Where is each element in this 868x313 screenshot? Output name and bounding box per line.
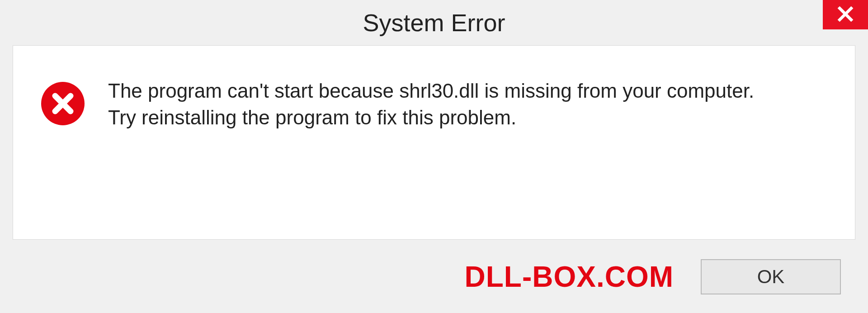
ok-button[interactable]: OK: [701, 259, 841, 294]
error-message: The program can't start because shrl30.d…: [108, 77, 754, 131]
watermark-text: DLL-BOX.COM: [465, 260, 674, 294]
titlebar: System Error: [0, 0, 868, 45]
close-button[interactable]: [823, 0, 868, 29]
dialog-title: System Error: [363, 9, 505, 37]
error-message-line1: The program can't start because shrl30.d…: [108, 77, 754, 104]
content-panel: The program can't start because shrl30.d…: [13, 45, 855, 240]
close-icon: [837, 5, 854, 24]
error-icon: [40, 81, 85, 126]
footer: DLL-BOX.COM OK: [0, 250, 868, 313]
error-message-line2: Try reinstalling the program to fix this…: [108, 104, 754, 131]
